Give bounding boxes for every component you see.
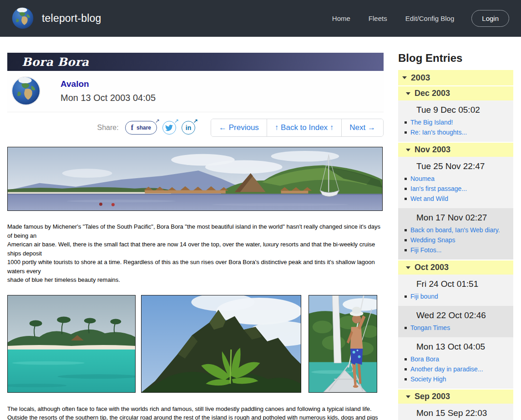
- chevron-down-icon: [406, 92, 410, 95]
- entry-link[interactable]: Wedding Snaps: [410, 236, 455, 245]
- back-to-index-button[interactable]: ↑ Back to Index ↑: [267, 119, 341, 136]
- sidebar-title: Blog Entries: [398, 52, 513, 65]
- entry-link[interactable]: The Big Island!: [410, 118, 453, 127]
- date-group: Fri 24 Oct 01:51 Fiji bound: [398, 275, 513, 306]
- entry-link[interactable]: Ian's first passage...: [410, 185, 467, 193]
- month-label: Nov 2003: [415, 145, 450, 155]
- blog-entries-sidebar: Blog Entries 2003 Dec 2003 Tue 9 Dec 05:…: [398, 37, 513, 420]
- share-row: Share: f share ↗ ↗ in ↗: [7, 119, 384, 137]
- month-label: Sep 2003: [415, 392, 450, 401]
- year-toggle-2003[interactable]: 2003: [398, 70, 513, 85]
- entry-link[interactable]: Back on board, Ian's Web diary.: [410, 226, 500, 235]
- month-toggle[interactable]: Sep 2003: [398, 389, 513, 404]
- nav-link-edit-config-blog[interactable]: Edit/Config Blog: [405, 15, 455, 22]
- date-group: Tue 9 Dec 05:02 The Big Island! Re: Ian'…: [398, 100, 513, 142]
- entry-item: Wedding Snaps: [405, 236, 513, 245]
- month-toggle[interactable]: Oct 2003: [398, 260, 513, 275]
- post-title: Bora Bora: [22, 55, 89, 69]
- date-group: Mon 13 Oct 04:05 Bora Bora Another day i…: [398, 337, 513, 389]
- month-toggle[interactable]: Dec 2003: [398, 85, 513, 100]
- post-title-banner: Bora Bora: [7, 53, 384, 71]
- external-link-icon: ↗: [174, 118, 179, 124]
- date-group: Mon 17 Nov 02:27 Back on board, Ian's We…: [398, 208, 513, 260]
- entry-link[interactable]: Wet and Wild: [410, 195, 448, 203]
- globe-logo-icon: [12, 7, 34, 29]
- entry-item: Ian's first passage...: [405, 185, 513, 193]
- post-article: Bora Bora Avalon Mon 13 Oct 2003 04:05 S…: [7, 37, 384, 420]
- entry-item: Back on board, Ian's Web diary.: [405, 226, 513, 235]
- next-button[interactable]: Next →: [341, 119, 383, 136]
- external-link-icon: ↗: [193, 118, 198, 124]
- entry-date: Mon 13 Oct 04:05: [416, 342, 513, 352]
- entry-link[interactable]: Tongan Times: [410, 324, 450, 332]
- entry-item: Wet and Wild: [405, 195, 513, 203]
- author-link[interactable]: Avalon: [61, 79, 89, 89]
- linkedin-icon: in: [186, 124, 191, 131]
- square-bullet-icon: [405, 295, 407, 298]
- post-paragraph-2: The locals, although often face to face …: [7, 405, 384, 420]
- entry-link[interactable]: Society High: [410, 375, 446, 384]
- twitter-share-button[interactable]: ↗: [162, 121, 176, 135]
- square-bullet-icon: [405, 327, 407, 329]
- entry-item: Fiji bound: [405, 292, 513, 301]
- photo-mountain-peak: [141, 295, 301, 393]
- login-button[interactable]: Login: [471, 10, 509, 27]
- post-paragraph-1: Made famous by Michener's "Tales of the …: [7, 222, 384, 285]
- photo-sailor-on-bow: [309, 295, 377, 393]
- external-link-icon: ↗: [155, 118, 160, 124]
- entry-link[interactable]: Noumea: [410, 175, 435, 183]
- date-group: Wed 22 Oct 02:46 Tongan Times: [398, 306, 513, 337]
- previous-button[interactable]: ← Previous: [211, 119, 267, 136]
- twitter-icon: [165, 125, 173, 131]
- date-group: Tue 25 Nov 22:47 Noumea Ian's first pass…: [398, 157, 513, 208]
- photo-row: [7, 295, 384, 393]
- entry-date: Mon 15 Sep 22:03: [416, 408, 513, 418]
- chevron-down-icon: [406, 395, 410, 398]
- entry-date: Fri 24 Oct 01:51: [416, 279, 513, 289]
- date-group: Mon 15 Sep 22:03 Magic Moorea Tales of t…: [398, 404, 513, 420]
- month-label: Oct 2003: [415, 263, 449, 272]
- share-label: Share:: [97, 124, 118, 132]
- entry-item: The Big Island!: [405, 118, 513, 127]
- photo-lagoon-beach: [7, 295, 136, 393]
- month-toggle[interactable]: Nov 2003: [398, 142, 513, 157]
- square-bullet-icon: [405, 188, 407, 190]
- brand-title: teleport-blog: [42, 12, 101, 25]
- square-bullet-icon: [405, 378, 407, 380]
- chevron-down-icon: [406, 266, 410, 269]
- entry-link[interactable]: Fiji bound: [410, 292, 438, 301]
- chevron-down-icon: [402, 76, 407, 79]
- navbar-links: Home Fleets Edit/Config Blog Login: [314, 10, 509, 27]
- square-bullet-icon: [405, 368, 407, 370]
- entry-item: Fiji Fotos...: [405, 246, 513, 255]
- brand[interactable]: teleport-blog: [12, 7, 101, 29]
- square-bullet-icon: [405, 178, 407, 180]
- entry-link[interactable]: Fiji Fotos...: [410, 246, 441, 255]
- entry-date: Wed 22 Oct 02:46: [416, 310, 513, 320]
- square-bullet-icon: [405, 198, 407, 200]
- sidebar-months: Dec 2003 Tue 9 Dec 05:02 The Big Island!…: [398, 85, 513, 420]
- square-bullet-icon: [405, 131, 407, 134]
- post-meta: Avalon Mon 13 Oct 2003 04:05: [7, 71, 384, 112]
- nav-link-fleets[interactable]: Fleets: [369, 15, 387, 22]
- entry-item: Re: Ian's thoughts...: [405, 128, 513, 137]
- entry-link[interactable]: Re: Ian's thoughts...: [410, 128, 467, 137]
- facebook-share-button[interactable]: f share ↗: [125, 121, 157, 135]
- entry-link[interactable]: Another day in paradise...: [410, 365, 483, 374]
- entry-item: Tongan Times: [405, 324, 513, 332]
- month-label: Dec 2003: [415, 89, 450, 98]
- entry-item: Noumea: [405, 175, 513, 183]
- linkedin-share-button[interactable]: in ↗: [182, 121, 195, 135]
- entry-date: Tue 25 Nov 22:47: [416, 161, 513, 171]
- post-date: Mon 13 Oct 2003 04:05: [61, 93, 156, 103]
- post-nav-group: ← Previous ↑ Back to Index ↑ Next →: [211, 119, 384, 137]
- top-navbar: teleport-blog Home Fleets Edit/Config Bl…: [0, 0, 521, 37]
- entry-link[interactable]: Bora Bora: [410, 355, 439, 364]
- entry-date: Tue 9 Dec 05:02: [416, 105, 513, 115]
- square-bullet-icon: [405, 239, 407, 241]
- chevron-down-icon: [406, 149, 410, 151]
- square-bullet-icon: [405, 358, 407, 360]
- entry-item: Another day in paradise...: [405, 365, 513, 374]
- nav-link-home[interactable]: Home: [332, 15, 350, 22]
- hero-photo-bora-bora-lagoon: [7, 147, 383, 211]
